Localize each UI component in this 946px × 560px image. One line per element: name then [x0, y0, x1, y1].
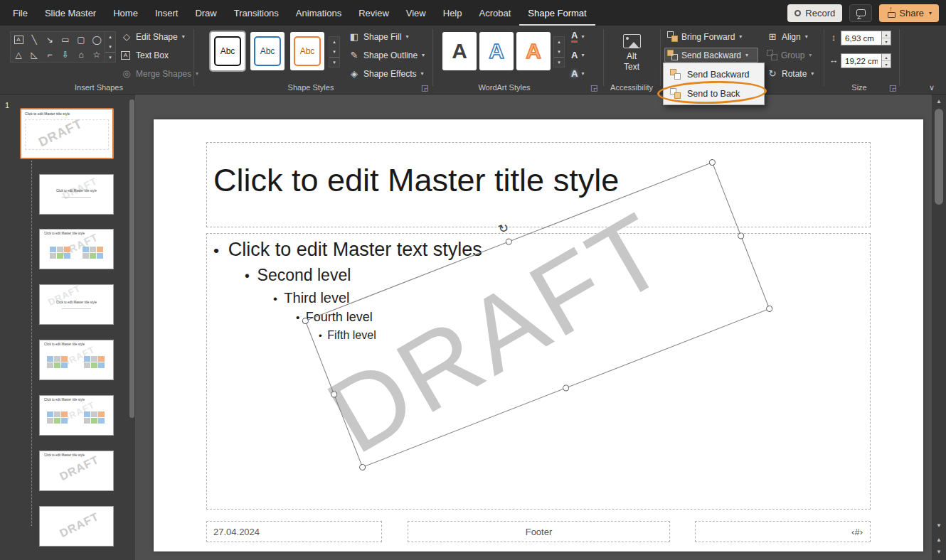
group-objects-icon: [767, 50, 777, 60]
line-shape-icon[interactable]: ╲: [26, 32, 42, 47]
previous-slide-icon[interactable]: ▲: [932, 537, 946, 543]
wordart-scroll: ▴ ▾ ▾: [553, 36, 565, 68]
shape-effects-icon: ◈: [349, 68, 360, 79]
thumbnail-layout-3[interactable]: DRAFT Click to edit Master title style: [39, 284, 114, 325]
slide-editing-area[interactable]: Click to edit Master title style • Click…: [154, 119, 923, 551]
gallery-down-icon[interactable]: ▾: [105, 42, 115, 52]
thumbnail-layout-4[interactable]: Click to edit Master title style DRAFT: [39, 340, 114, 380]
star-shape-icon[interactable]: ☆: [89, 47, 105, 62]
tab-insert[interactable]: Insert: [147, 0, 187, 26]
layout-hierarchy-line: [31, 161, 32, 526]
date-text: 27.04.2024: [213, 527, 260, 537]
group-separator: [193, 29, 194, 86]
text-effects-button[interactable]: A ▾: [569, 66, 586, 81]
tab-transitions[interactable]: Transitions: [225, 0, 287, 26]
wordart-more-icon[interactable]: ▾: [554, 57, 564, 67]
thumbnail-layout-7[interactable]: DRAFT: [39, 506, 114, 546]
thumbnail-layout-1[interactable]: DRAFT Click to edit Master title style: [39, 174, 114, 215]
scroll-down-icon[interactable]: ▼: [932, 522, 946, 529]
next-slide-icon[interactable]: ▼: [932, 549, 946, 555]
tab-draw[interactable]: Draw: [186, 0, 225, 26]
send-backward-button[interactable]: Send Backward ▾: [664, 48, 758, 63]
shape-style-preset-3[interactable]: Abc: [290, 32, 324, 70]
shape-styles-dialog-launcher-icon[interactable]: ◲: [421, 83, 428, 92]
rounded-rectangle-shape-icon[interactable]: ▢: [73, 32, 89, 47]
home-shape-icon[interactable]: ⌂: [73, 47, 89, 62]
oval-shape-icon[interactable]: ◯: [89, 32, 105, 47]
rectangle-shape-icon[interactable]: ▭: [58, 32, 73, 47]
wordart-down-icon[interactable]: ▾: [554, 47, 564, 57]
tab-acrobat[interactable]: Acrobat: [471, 0, 520, 26]
align-button[interactable]: ⊞ Align ▾: [764, 29, 811, 44]
collapse-ribbon-icon[interactable]: ∨: [929, 83, 935, 92]
wordart-dialog-launcher-icon[interactable]: ◲: [590, 83, 597, 92]
shape-style-preset-2[interactable]: Abc: [250, 32, 285, 70]
text-box-button[interactable]: A Text Box: [118, 48, 171, 63]
thumbnail-master-slide[interactable]: Click to edit Master title style DRAFT: [20, 108, 114, 159]
height-spin-up-icon[interactable]: ▴: [882, 31, 891, 38]
width-spin-down-icon[interactable]: ▾: [882, 61, 891, 68]
alt-text-label-line1: Alt: [627, 51, 637, 62]
record-button[interactable]: Record: [787, 4, 842, 22]
corner-shape-icon[interactable]: ⌐: [42, 47, 58, 62]
styles-more-icon[interactable]: ▾: [329, 57, 339, 67]
comments-button[interactable]: [849, 4, 872, 22]
styles-up-icon[interactable]: ▴: [329, 37, 339, 47]
wordart-preset-2[interactable]: A: [479, 32, 514, 70]
caret-down-icon: ▾: [581, 33, 584, 40]
tab-slide-master[interactable]: Slide Master: [36, 0, 105, 26]
share-button[interactable]: Share ▾: [879, 4, 939, 22]
wordart-preset-1[interactable]: A: [442, 32, 477, 70]
tab-view[interactable]: View: [398, 0, 435, 26]
text-fill-button[interactable]: A ▾: [569, 29, 586, 44]
thumbnail-title-text: Click to edit Master title style: [44, 398, 109, 402]
caret-down-icon: ▾: [929, 10, 932, 16]
bullet-level-2[interactable]: • Second level: [245, 266, 351, 285]
arrow-shape-icon[interactable]: ↘: [42, 32, 58, 47]
shape-outline-button[interactable]: ✎ Shape Outline ▾: [346, 48, 427, 63]
date-placeholder[interactable]: 27.04.2024: [206, 521, 382, 542]
size-dialog-launcher-icon[interactable]: ◲: [889, 83, 896, 92]
thumbnail-layout-5[interactable]: Click to edit Master title style DRAFT: [39, 395, 114, 436]
text-box-shape-icon[interactable]: A: [11, 32, 26, 47]
alt-text-button[interactable]: Alt Text: [609, 28, 654, 78]
scrollbar-thumb[interactable]: [935, 109, 943, 205]
thumbnail-title-text: Click to edit Master title style: [44, 453, 109, 457]
group-label-size: Size: [827, 83, 892, 92]
shape-style-preset-1[interactable]: Abc: [211, 32, 245, 70]
thumbnail-scrollbar[interactable]: [129, 99, 134, 418]
shape-fill-button[interactable]: ◧ Shape Fill ▾: [346, 29, 411, 44]
tab-help[interactable]: Help: [435, 0, 471, 26]
footer-placeholder[interactable]: Footer: [408, 521, 670, 542]
tab-shape-format[interactable]: Shape Format: [519, 0, 595, 26]
bring-forward-button[interactable]: Bring Forward ▾: [664, 29, 758, 44]
shape-height-icon: ↕: [828, 32, 839, 43]
tab-animations[interactable]: Animations: [287, 0, 350, 26]
tab-file[interactable]: File: [4, 0, 36, 26]
down-arrow-shape-icon[interactable]: ⇩: [58, 47, 73, 62]
styles-down-icon[interactable]: ▾: [329, 47, 339, 57]
width-spin-up-icon[interactable]: ▴: [882, 54, 891, 61]
wordart-up-icon[interactable]: ▴: [554, 37, 564, 47]
edit-shape-button[interactable]: ◇ Edit Shape ▾: [118, 29, 188, 44]
shape-effects-label: Shape Effects: [363, 69, 417, 79]
thumbnail-layout-2[interactable]: Click to edit Master title style DRAFT: [39, 229, 114, 269]
text-outline-button[interactable]: A ▾: [569, 48, 586, 63]
gallery-more-icon[interactable]: ▾: [105, 52, 115, 62]
shape-effects-button[interactable]: ◈ Shape Effects ▾: [346, 66, 427, 81]
shape-height-input[interactable]: [841, 31, 882, 45]
rotate-button[interactable]: ↻ Rotate ▾: [764, 66, 817, 81]
slide-number-placeholder[interactable]: ‹#›: [695, 521, 871, 542]
scroll-up-icon[interactable]: ▲: [932, 98, 946, 104]
shape-width-input[interactable]: [841, 53, 882, 68]
thumbnail-layout-6[interactable]: Click to edit Master title style DRAFT: [39, 451, 114, 491]
gallery-up-icon[interactable]: ▴: [105, 32, 115, 42]
tab-review[interactable]: Review: [350, 0, 398, 26]
height-spin-down-icon[interactable]: ▾: [882, 38, 891, 45]
tab-home[interactable]: Home: [105, 0, 147, 26]
right-triangle-shape-icon[interactable]: ◺: [26, 47, 42, 62]
wordart-preset-3[interactable]: A: [516, 32, 551, 70]
caret-down-icon: ▾: [405, 33, 408, 40]
vertical-scrollbar[interactable]: ▲ ▼ ▲ ▼: [932, 95, 946, 560]
triangle-shape-icon[interactable]: △: [11, 47, 26, 62]
